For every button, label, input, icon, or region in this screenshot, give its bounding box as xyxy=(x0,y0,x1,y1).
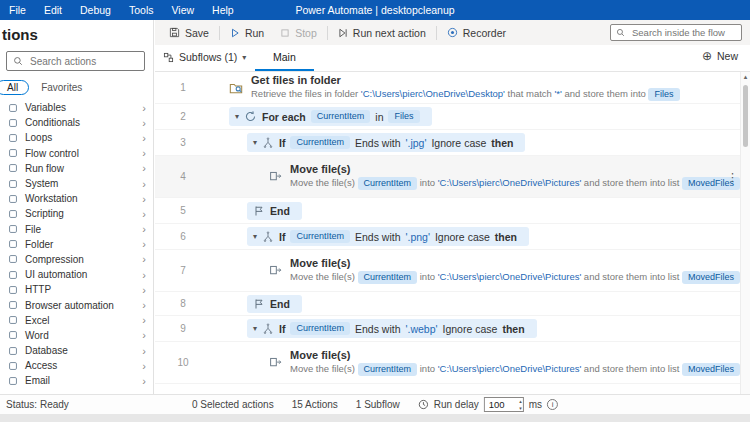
sidebar-item-excel[interactable]: Excel› xyxy=(0,313,153,328)
vertical-scrollbar[interactable]: ▴ xyxy=(740,72,750,394)
tab-favorites[interactable]: Favorites xyxy=(41,82,82,93)
variable-badge-files[interactable]: Files xyxy=(388,110,419,123)
stop-button[interactable]: Stop xyxy=(272,20,325,45)
chevron-down-icon[interactable]: ▾ xyxy=(253,324,257,333)
flow-row-move-files[interactable]: 10 Move file(s) Move the file(s) Current… xyxy=(155,342,750,384)
menu-file[interactable]: File xyxy=(0,0,35,20)
variable-badge-files[interactable]: Files xyxy=(648,88,679,101)
chevron-right-icon[interactable]: › xyxy=(142,254,146,264)
chevron-right-icon[interactable]: › xyxy=(142,285,146,295)
recorder-button[interactable]: Recorder xyxy=(439,20,514,45)
variable-badge-currentitem[interactable]: CurrentItem xyxy=(358,271,418,284)
new-subflow-button[interactable]: ⊕ New xyxy=(702,50,738,62)
flow-row-if-jpg[interactable]: 3 ▾ If CurrentItem Ends with '.jpg' Igno… xyxy=(155,130,750,156)
sidebar-item-loops[interactable]: Loops› xyxy=(0,130,153,145)
end-block[interactable]: End xyxy=(247,295,302,313)
search-actions-box[interactable] xyxy=(6,51,145,71)
spin-down-icon[interactable]: ▾ xyxy=(519,405,522,412)
sidebar-item-conditionals[interactable]: Conditionals› xyxy=(0,115,153,130)
sidebar-item-workstation[interactable]: Workstation› xyxy=(0,191,153,206)
sidebar-item-database[interactable]: Database› xyxy=(0,343,153,358)
variable-badge-currentitem[interactable]: CurrentItem xyxy=(290,136,350,149)
variable-badge-currentitem[interactable]: CurrentItem xyxy=(311,110,371,123)
subflows-dropdown[interactable]: Subflows (1) ▾ xyxy=(163,51,246,63)
menu-edit[interactable]: Edit xyxy=(35,0,71,20)
flow-row-move-files[interactable]: 7 Move file(s) Move the file(s) CurrentI… xyxy=(155,250,750,292)
chevron-right-icon[interactable]: › xyxy=(142,103,146,113)
sidebar-item-scripting[interactable]: Scripting› xyxy=(0,206,153,221)
chevron-down-icon[interactable]: ▾ xyxy=(235,112,239,121)
sidebar-item-ui-automation[interactable]: UI automation› xyxy=(0,267,153,282)
chevron-right-icon[interactable]: › xyxy=(142,209,146,219)
run-delay-input[interactable]: ▴▾ xyxy=(484,397,524,412)
sidebar-item-variables[interactable]: Variables› xyxy=(0,100,153,115)
sidebar-item-file[interactable]: File› xyxy=(0,222,153,237)
menu-help[interactable]: Help xyxy=(203,0,243,20)
sidebar-item-compression[interactable]: Compression› xyxy=(0,252,153,267)
sidebar-item-access[interactable]: Access› xyxy=(0,358,153,373)
sidebar-item-run-flow[interactable]: Run flow› xyxy=(0,161,153,176)
variable-badge-currentitem[interactable]: CurrentItem xyxy=(290,322,350,335)
chevron-right-icon[interactable]: › xyxy=(142,315,146,325)
menu-tools[interactable]: Tools xyxy=(120,0,163,20)
chevron-right-icon[interactable]: › xyxy=(142,163,146,173)
tab-all[interactable]: All xyxy=(0,80,29,95)
flow-row-move-files[interactable]: 4 Move file(s) Move the file(s) CurrentI… xyxy=(155,156,750,198)
sidebar-item-folder[interactable]: Folder› xyxy=(0,237,153,252)
scrollbar-thumb[interactable] xyxy=(743,85,748,147)
variable-badge-currentitem[interactable]: CurrentItem xyxy=(358,177,418,190)
chevron-right-icon[interactable]: › xyxy=(142,239,146,249)
search-actions-input[interactable] xyxy=(28,55,138,68)
sidebar-item-word[interactable]: Word› xyxy=(0,328,153,343)
variable-badge-currentitem[interactable]: CurrentItem xyxy=(358,363,418,376)
if-block[interactable]: ▾ If CurrentItem Ends with '.webp' Ignor… xyxy=(247,319,537,338)
variable-badge-currentitem[interactable]: CurrentItem xyxy=(290,230,350,243)
tab-main-subflow[interactable]: Main xyxy=(255,45,314,71)
chevron-right-icon[interactable]: › xyxy=(142,118,146,128)
menu-view[interactable]: View xyxy=(162,0,203,20)
flow-row-if-webp[interactable]: 9 ▾ If CurrentItem Ends with '.webp' Ign… xyxy=(155,316,750,342)
flow-row-end[interactable]: 5 End xyxy=(155,198,750,224)
info-icon[interactable]: i xyxy=(547,399,558,410)
chevron-right-icon[interactable]: › xyxy=(142,179,146,189)
sidebar-item-email[interactable]: Email› xyxy=(0,373,153,388)
chevron-right-icon[interactable]: › xyxy=(142,361,146,371)
menu-debug[interactable]: Debug xyxy=(71,0,120,20)
chevron-right-icon[interactable]: › xyxy=(142,224,146,234)
search-flow-box[interactable] xyxy=(610,24,742,41)
chevron-right-icon[interactable]: › xyxy=(142,376,146,386)
spinner-arrows[interactable]: ▴▾ xyxy=(519,398,522,411)
chevron-right-icon[interactable]: › xyxy=(142,133,146,143)
run-delay-value[interactable] xyxy=(485,398,511,411)
chevron-right-icon[interactable]: › xyxy=(142,300,146,310)
flow-row-foreach[interactable]: 2 ▾ For each CurrentItem in Files xyxy=(155,104,750,130)
chevron-right-icon[interactable]: › xyxy=(142,346,146,356)
foreach-block[interactable]: ▾ For each CurrentItem in Files xyxy=(229,107,432,126)
if-block[interactable]: ▾ If CurrentItem Ends with '.png' Ignore… xyxy=(247,227,529,246)
chevron-right-icon[interactable]: › xyxy=(142,194,146,204)
chevron-right-icon[interactable]: › xyxy=(142,270,146,280)
sidebar-item-system[interactable]: System› xyxy=(0,176,153,191)
search-flow-input[interactable] xyxy=(630,26,736,39)
chevron-down-icon[interactable]: ▾ xyxy=(253,138,257,147)
if-block[interactable]: ▾ If CurrentItem Ends with '.jpg' Ignore… xyxy=(247,133,525,152)
run-next-action-button[interactable]: Run next action xyxy=(330,20,434,45)
flow-row-end[interactable]: 8 End xyxy=(155,292,750,316)
chevron-down-icon[interactable]: ▾ xyxy=(253,232,257,241)
sidebar-item-browser-automation[interactable]: Browser automation› xyxy=(0,297,153,312)
flow-row-if-png[interactable]: 6 ▾ If CurrentItem Ends with '.png' Igno… xyxy=(155,224,750,250)
flow-row-get-files[interactable]: 1 Get files in folder Retrieve the files… xyxy=(155,72,750,104)
action-description: Move the file(s) CurrentItem into 'C:\Us… xyxy=(290,177,740,190)
variable-badge-movedfiles[interactable]: MovedFiles xyxy=(682,363,740,376)
chevron-right-icon[interactable]: › xyxy=(142,330,146,340)
sidebar-item-flow-control[interactable]: Flow control› xyxy=(0,146,153,161)
sidebar-item-http[interactable]: HTTP› xyxy=(0,282,153,297)
scroll-up-arrow-icon[interactable]: ▴ xyxy=(741,73,750,81)
category-icon xyxy=(8,194,19,204)
variable-badge-movedfiles[interactable]: MovedFiles xyxy=(682,271,740,284)
chevron-right-icon[interactable]: › xyxy=(142,148,146,158)
run-button[interactable]: Run xyxy=(222,20,272,45)
save-button[interactable]: Save xyxy=(161,20,217,45)
end-block[interactable]: End xyxy=(247,202,302,220)
row-more-options-icon[interactable]: ⋮ xyxy=(727,170,738,183)
